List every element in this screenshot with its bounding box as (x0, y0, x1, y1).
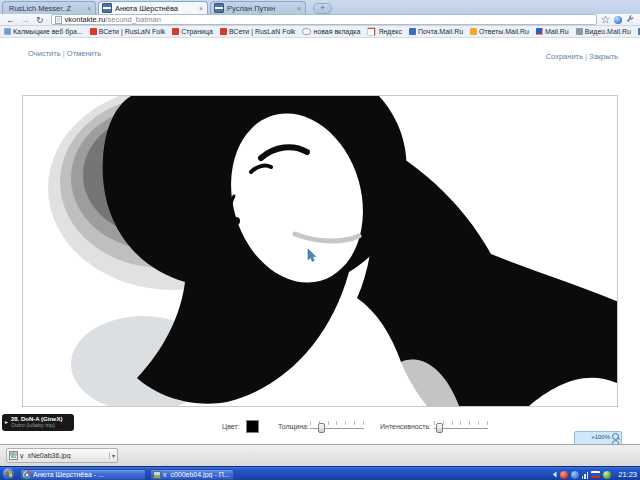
tray-flag-icon[interactable] (591, 471, 600, 478)
download-item[interactable]: y_xNe0ab36.jpg ▾ (6, 448, 118, 463)
tray-green-orb-icon[interactable] (603, 471, 611, 479)
bookmark-label: Яндекс (378, 28, 402, 35)
bookmark-label: Калмыцкие веб бра... (13, 28, 83, 35)
video-icon (576, 28, 583, 35)
intensity-slider[interactable] (434, 421, 488, 432)
zoom-in-value: +100% (591, 434, 610, 440)
bookmark-star-icon[interactable] (601, 15, 610, 24)
tray-red-orb-icon[interactable] (560, 471, 568, 479)
undo-link[interactable]: Отменить (67, 49, 101, 58)
play-icon: ► (4, 419, 9, 425)
bookmark-label: Ответы.Mail.Ru (479, 28, 529, 35)
tab-ruslan[interactable]: Руслан Путин × (210, 1, 306, 14)
bookmark-label: новая вкладка (313, 28, 360, 35)
tab-strip: RusLich Messer..Z × Анюта Шерстнёва × Ру… (0, 0, 640, 14)
brush-cursor-icon (307, 248, 316, 266)
save-link[interactable]: Сохранить (546, 52, 583, 61)
color-swatch[interactable] (246, 420, 259, 433)
tab-close-icon[interactable]: × (296, 5, 302, 12)
bookmark-item[interactable]: ВСети | RusLaN Folk (220, 28, 295, 35)
bookmarks-bar: Калмыцкие веб бра... ВСети | RusLaN Folk… (0, 26, 640, 38)
chrome-icon (23, 471, 31, 479)
tray-chevron-icon[interactable] (552, 471, 557, 478)
thickness-slider[interactable] (310, 421, 364, 432)
vseti-icon (90, 28, 97, 35)
vseti-icon (172, 28, 179, 35)
screen: RusLich Messer..Z × Анюта Шерстнёва × Ру… (0, 0, 640, 480)
taskbar: Анюта Шерстнёва - ... x_c000eb04.jpg - П… (0, 466, 640, 480)
bookmark-label: Mail.Ru (545, 28, 569, 35)
back-button[interactable]: ← (6, 15, 15, 25)
tray-signal-icon[interactable] (582, 471, 589, 479)
intensity-label: Интенсивность: (380, 423, 431, 430)
bookmark-label: Видео.Mail.Ru (585, 28, 631, 35)
system-tray: 21:23 (552, 469, 637, 480)
taskbar-clock: 21:23 (618, 470, 637, 479)
bookmark-item[interactable]: Почта.Mail.Ru (409, 28, 463, 35)
page-icon (55, 16, 62, 24)
magnifier-icon (612, 433, 619, 440)
download-menu-caret-icon[interactable]: ▾ (109, 452, 115, 459)
vseti-icon (220, 28, 227, 35)
editor-header-right: Сохранить | Закрыть (546, 52, 618, 61)
mail-at-icon (409, 28, 416, 35)
new-tab-button[interactable]: + (313, 3, 332, 14)
color-label: Цвет: (222, 423, 240, 430)
graffiti-artwork (23, 96, 617, 406)
wrench-menu-icon[interactable] (626, 15, 635, 24)
bookmark-label: Страница (181, 28, 213, 35)
task-label: Анюта Шерстнёва - ... (33, 471, 104, 478)
thickness-label: Толщина: (278, 423, 309, 430)
new-tab-icon (302, 28, 311, 35)
yandex-icon (367, 27, 376, 36)
editor-toolbar: Цвет: Толщина: Интенсивность: (0, 416, 640, 438)
bookmark-label: ВСети | RusLaN Folk (229, 28, 295, 35)
url-text: vkontakte.ru/second_batman (65, 15, 161, 24)
browser-toolbar: ← → ↻ vkontakte.ru/second_batman (0, 14, 640, 26)
address-bar[interactable]: vkontakte.ru/second_batman (51, 14, 597, 25)
image-viewer-icon (153, 471, 161, 479)
tray-blue-orb-icon[interactable] (571, 471, 579, 479)
intensity-slider-knob[interactable] (436, 423, 443, 433)
task-label: x_c000eb04.jpg - П... (163, 471, 230, 478)
start-button[interactable] (3, 468, 14, 479)
image-file-icon (9, 451, 18, 460)
bookmark-item[interactable]: Яндекс (367, 27, 402, 36)
vk-favicon (102, 3, 112, 13)
drawing-canvas[interactable] (22, 95, 618, 407)
taskbar-task-browser[interactable]: Анюта Шерстнёва - ... (20, 469, 146, 480)
bookmark-label: Почта.Mail.Ru (418, 28, 463, 35)
download-shelf: y_xNe0ab36.jpg ▾ Все загрузки... × (0, 444, 640, 466)
tab-title: Анюта Шерстнёва (115, 4, 195, 13)
vk-favicon (214, 3, 224, 13)
otvety-icon (470, 28, 477, 35)
music-player-overlay: ► 28. DoN-A (GineX) Outro (lullaby trip) (2, 414, 74, 431)
bookmark-label: ВСети | RusLaN Folk (99, 28, 165, 35)
bookmark-item[interactable]: Калмыцкие веб бра... (4, 28, 83, 35)
forward-button[interactable]: → (21, 15, 30, 25)
bookmark-item[interactable]: Страница (172, 28, 213, 35)
grid-icon (4, 28, 11, 35)
close-link[interactable]: Закрыть (589, 52, 618, 61)
url-path: /second_batman (105, 15, 160, 24)
clear-link[interactable]: Очистить (28, 49, 61, 58)
tab-player[interactable]: RusLich Messer..Z × (2, 1, 96, 14)
windows-logo-icon (5, 470, 12, 477)
reload-button[interactable]: ↻ (36, 15, 44, 25)
download-file-name: y_xNe0ab36.jpg (20, 452, 109, 459)
tab-title: Руслан Путин (227, 4, 293, 13)
bookmark-item[interactable]: Видео.Mail.Ru (576, 28, 631, 35)
extension-globe-icon[interactable] (614, 16, 622, 24)
tab-close-icon[interactable]: × (86, 5, 92, 12)
url-domain: vkontakte.ru (65, 15, 106, 24)
bookmark-item[interactable]: ВСети | RusLaN Folk (90, 28, 165, 35)
tab-anyuta[interactable]: Анюта Шерстнёва × (98, 1, 208, 14)
tab-close-icon[interactable]: × (198, 5, 204, 12)
editor-header-left: Очистить | Отменить (28, 49, 101, 58)
mailru-icon (536, 28, 543, 35)
taskbar-task-image[interactable]: x_c000eb04.jpg - П... (150, 469, 234, 480)
bookmark-item[interactable]: Ответы.Mail.Ru (470, 28, 529, 35)
bookmark-item[interactable]: новая вкладка (302, 28, 360, 35)
thickness-slider-knob[interactable] (318, 423, 325, 433)
bookmark-item[interactable]: Mail.Ru (536, 28, 569, 35)
